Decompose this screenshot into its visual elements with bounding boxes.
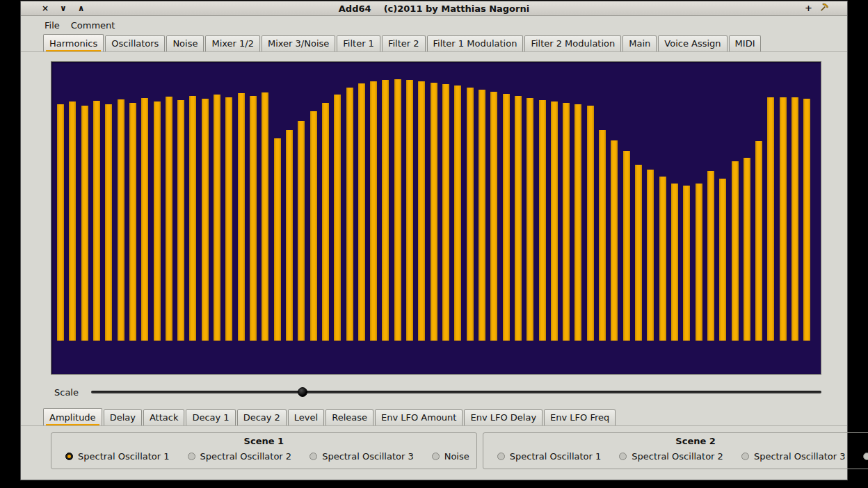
harmonic-bar-48[interactable] (623, 151, 630, 341)
harmonic-bar-22[interactable] (310, 111, 317, 341)
harmonic-bar-17[interactable] (250, 96, 257, 341)
harmonic-bar-18[interactable] (262, 92, 268, 341)
env-tab-level[interactable]: Level (288, 409, 324, 425)
harmonic-bar-45[interactable] (587, 106, 594, 341)
tab-main[interactable]: Main (622, 35, 657, 51)
radio-scene-1-noise[interactable]: Noise (432, 451, 469, 462)
scale-slider-track[interactable] (91, 391, 821, 393)
harmonic-bar-28[interactable] (382, 80, 389, 341)
harmonic-bar-12[interactable] (189, 96, 196, 341)
harmonic-bar-57[interactable] (732, 161, 739, 341)
harmonic-bar-36[interactable] (479, 90, 485, 341)
harmonic-bar-5[interactable] (105, 104, 112, 341)
tab-mixer-3-noise[interactable]: Mixer 3/Noise (262, 35, 335, 51)
harmonic-bar-39[interactable] (515, 96, 522, 341)
env-tab-release[interactable]: Release (326, 409, 373, 425)
harmonic-bar-1[interactable] (57, 104, 64, 341)
harmonic-bar-9[interactable] (154, 101, 161, 341)
harmonic-bar-32[interactable] (431, 83, 437, 341)
harmonic-bar-51[interactable] (659, 177, 666, 341)
radio-scene-1-spectral-oscillator-1[interactable]: Spectral Oscillator 1 (65, 451, 170, 462)
env-tab-delay[interactable]: Delay (104, 409, 142, 425)
tab-filter-1-modulation[interactable]: Filter 1 Modulation (427, 35, 524, 51)
harmonic-bar-24[interactable] (334, 95, 341, 341)
radio-scene-2-spectral-oscillator-3[interactable]: Spectral Oscillator 3 (741, 451, 846, 462)
radio-scene-1-spectral-oscillator-2[interactable]: Spectral Oscillator 2 (188, 451, 292, 462)
radio-scene-2-noise[interactable]: Noise (863, 451, 868, 462)
tab-filter-1[interactable]: Filter 1 (337, 35, 380, 51)
harmonic-bar-47[interactable] (611, 140, 618, 341)
env-tab-decay-1[interactable]: Decay 1 (186, 409, 235, 425)
harmonic-bar-7[interactable] (129, 103, 136, 341)
harmonic-bar-13[interactable] (202, 99, 209, 341)
harmonic-bar-11[interactable] (177, 100, 184, 341)
harmonic-bar-2[interactable] (69, 101, 76, 341)
harmonic-bar-33[interactable] (442, 84, 449, 341)
harmonic-bar-62[interactable] (791, 97, 798, 341)
tab-midi[interactable]: MIDI (729, 35, 762, 51)
tab-filter-2-modulation[interactable]: Filter 2 Modulation (524, 35, 621, 51)
harmonic-bar-30[interactable] (406, 80, 413, 341)
harmonic-bar-38[interactable] (503, 94, 510, 341)
tab-oscillators[interactable]: Oscillators (105, 35, 165, 51)
scale-slider-handle[interactable] (298, 387, 307, 397)
harmonic-bar-55[interactable] (707, 171, 714, 341)
harmonic-bar-14[interactable] (214, 95, 220, 341)
harmonic-bar-3[interactable] (81, 106, 88, 341)
harmonic-bar-42[interactable] (551, 101, 558, 341)
harmonic-bar-44[interactable] (574, 104, 581, 341)
radio-scene-1-spectral-oscillator-3[interactable]: Spectral Oscillator 3 (310, 451, 414, 462)
harmonic-bar-56[interactable] (719, 179, 726, 341)
harmonic-bar-35[interactable] (467, 88, 474, 341)
radio-scene-2-spectral-oscillator-1[interactable]: Spectral Oscillator 1 (497, 451, 602, 462)
harmonic-bar-25[interactable] (346, 88, 353, 341)
harmonic-bar-8[interactable] (141, 98, 148, 341)
harmonic-bar-41[interactable] (539, 100, 546, 341)
harmonic-bar-29[interactable] (394, 79, 401, 341)
harmonic-bar-31[interactable] (418, 81, 425, 341)
harmonic-bar-27[interactable] (370, 81, 377, 341)
harmonic-bar-63[interactable] (803, 99, 810, 341)
harmonic-bar-43[interactable] (563, 103, 570, 341)
scale-slider[interactable] (91, 387, 821, 398)
harmonic-bar-16[interactable] (238, 93, 245, 341)
tab-mixer-1-2[interactable]: Mixer 1/2 (205, 35, 260, 51)
env-tab-env-lfo-amount[interactable]: Env LFO Amount (375, 409, 463, 425)
tab-filter-2[interactable]: Filter 2 (382, 35, 426, 51)
tab-voice-assign[interactable]: Voice Assign (658, 35, 727, 51)
harmonic-bar-21[interactable] (298, 121, 305, 341)
harmonic-bar-58[interactable] (744, 158, 750, 341)
env-tab-amplitude[interactable]: Amplitude (43, 408, 102, 425)
harmonic-bar-20[interactable] (286, 130, 293, 341)
harmonic-bar-52[interactable] (671, 184, 678, 341)
tab-harmonics[interactable]: Harmonics (43, 34, 104, 51)
harmonic-bar-59[interactable] (755, 141, 762, 341)
scale-label: Scale (54, 387, 79, 398)
harmonic-bar-37[interactable] (490, 92, 497, 341)
env-tab-env-lfo-freq[interactable]: Env LFO Freq (544, 409, 616, 425)
harmonic-bar-53[interactable] (683, 186, 690, 341)
env-tab-env-lfo-delay[interactable]: Env LFO Delay (464, 409, 542, 425)
harmonic-bar-54[interactable] (696, 184, 702, 341)
env-tab-attack[interactable]: Attack (143, 409, 185, 425)
tab-noise[interactable]: Noise (166, 35, 204, 51)
menu-comment[interactable]: Comment (67, 19, 120, 32)
harmonic-bar-34[interactable] (454, 86, 461, 341)
harmonic-bar-61[interactable] (780, 97, 787, 341)
harmonic-bar-49[interactable] (635, 165, 642, 341)
harmonic-bar-23[interactable] (322, 103, 329, 341)
harmonic-bar-50[interactable] (647, 170, 654, 341)
harmonic-bar-46[interactable] (599, 130, 606, 341)
harmonics-display[interactable] (51, 61, 821, 375)
env-tab-decay-2[interactable]: Decay 2 (237, 409, 287, 425)
harmonic-bar-10[interactable] (166, 97, 172, 341)
harmonic-bar-6[interactable] (118, 99, 124, 341)
harmonic-bar-19[interactable] (274, 138, 281, 341)
radio-scene-2-spectral-oscillator-2[interactable]: Spectral Oscillator 2 (619, 451, 723, 462)
harmonic-bar-15[interactable] (225, 97, 232, 341)
menu-file[interactable]: File (40, 19, 64, 32)
harmonic-bar-60[interactable] (767, 97, 774, 341)
harmonic-bar-40[interactable] (527, 98, 533, 341)
harmonic-bar-4[interactable] (93, 101, 100, 341)
harmonic-bar-26[interactable] (358, 83, 365, 341)
